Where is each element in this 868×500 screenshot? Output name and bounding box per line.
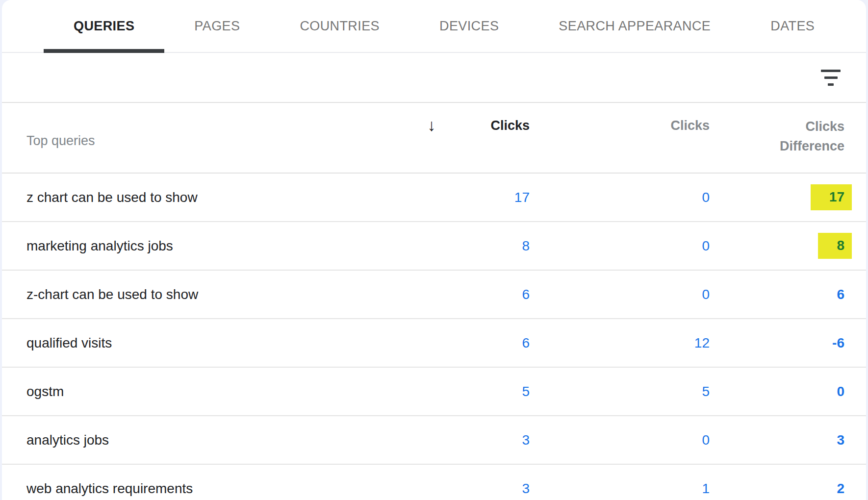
clicks-previous-cell[interactable]: 1	[530, 481, 710, 497]
tab-dates[interactable]: DATES	[740, 0, 844, 52]
clicks-previous-header[interactable]: Clicks	[530, 103, 710, 173]
query-cell: z-chart can be used to show	[26, 287, 392, 302]
clicks-current-header-cell[interactable]: ↓ Clicks	[392, 103, 530, 173]
difference-value: 2	[837, 481, 844, 497]
clicks-difference-cell: 8	[710, 233, 844, 259]
table-row[interactable]: marketing analytics jobs 8 0 8	[2, 222, 866, 271]
clicks-current-cell[interactable]: 6	[392, 287, 530, 302]
clicks-current-cell[interactable]: 8	[392, 238, 530, 254]
clicks-difference-cell: 6	[710, 287, 844, 302]
performance-report-card: QUERIES PAGES COUNTRIES DEVICES SEARCH A…	[2, 0, 866, 500]
tab-countries[interactable]: COUNTRIES	[270, 0, 409, 52]
top-queries-header[interactable]: Top queries	[26, 103, 392, 173]
clicks-current-cell[interactable]: 5	[392, 384, 530, 400]
clicks-previous-cell[interactable]: 0	[530, 190, 710, 205]
query-cell: ogstm	[26, 384, 392, 400]
table-row[interactable]: web analytics requirements 3 1 2	[2, 465, 866, 500]
query-cell: analytics jobs	[26, 432, 392, 448]
query-cell: qualified visits	[26, 335, 392, 351]
table-row[interactable]: z chart can be used to show 17 0 17	[2, 174, 866, 222]
table-row[interactable]: z-chart can be used to show 6 0 6	[2, 271, 866, 319]
tab-devices[interactable]: DEVICES	[409, 0, 529, 52]
tab-queries[interactable]: QUERIES	[44, 0, 164, 52]
clicks-previous-cell[interactable]: 0	[530, 287, 710, 302]
clicks-current-cell[interactable]: 6	[392, 335, 530, 351]
clicks-current-cell[interactable]: 3	[392, 432, 530, 448]
clicks-previous-cell[interactable]: 0	[530, 238, 710, 254]
query-cell: web analytics requirements	[26, 481, 392, 497]
clicks-difference-header[interactable]: Clicks Difference	[710, 103, 844, 173]
clicks-previous-cell[interactable]: 12	[530, 335, 710, 351]
difference-value: 0	[837, 384, 844, 400]
table-row[interactable]: analytics jobs 3 0 3	[2, 416, 866, 465]
dimension-tabs: QUERIES PAGES COUNTRIES DEVICES SEARCH A…	[2, 0, 866, 53]
clicks-previous-cell[interactable]: 5	[530, 384, 710, 400]
table-row[interactable]: ogstm 5 5 0	[2, 368, 866, 416]
table-header-row: Top queries ↓ Clicks Clicks Clicks Diffe…	[2, 103, 866, 174]
clicks-difference-cell: 17	[710, 184, 844, 210]
clicks-difference-cell: 2	[710, 481, 844, 497]
clicks-difference-header-line2: Difference	[710, 136, 844, 156]
clicks-difference-cell: -6	[710, 335, 844, 351]
difference-value: -6	[832, 335, 844, 351]
clicks-current-cell[interactable]: 3	[392, 481, 530, 497]
query-cell: marketing analytics jobs	[26, 238, 392, 254]
highlighted-difference-value: 8	[818, 233, 852, 259]
table-row[interactable]: qualified visits 6 12 -6	[2, 319, 866, 368]
clicks-current-header-label[interactable]: Clicks	[490, 117, 530, 134]
clicks-difference-cell: 3	[710, 432, 844, 448]
clicks-previous-cell[interactable]: 0	[530, 432, 710, 448]
tab-search-appearance[interactable]: SEARCH APPEARANCE	[529, 0, 740, 52]
clicks-difference-header-line1: Clicks	[710, 117, 844, 136]
highlighted-difference-value: 17	[811, 184, 852, 210]
filter-list-icon[interactable]	[818, 67, 843, 89]
difference-value: 6	[837, 287, 844, 302]
tab-pages[interactable]: PAGES	[164, 0, 270, 52]
clicks-difference-cell: 0	[710, 384, 844, 400]
clicks-current-cell[interactable]: 17	[392, 190, 530, 205]
sort-descending-icon[interactable]: ↓	[427, 117, 435, 133]
table-toolbar	[2, 53, 866, 103]
query-cell: z chart can be used to show	[26, 190, 392, 205]
difference-value: 3	[837, 432, 844, 448]
